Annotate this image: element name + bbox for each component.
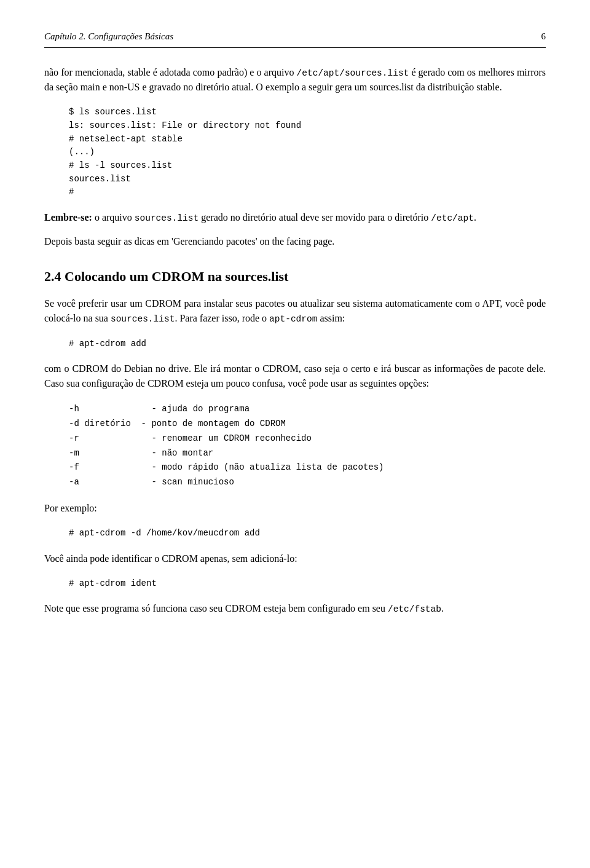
page-content: não for mencionada, stable é adotada com… bbox=[44, 65, 546, 617]
note-text3: . bbox=[474, 212, 476, 223]
paragraph-3: Se você preferir usar um CDROM para inst… bbox=[44, 296, 546, 326]
p1-text: não for mencionada, stable é adotada com… bbox=[44, 67, 297, 77]
note-label: Lembre-se: bbox=[44, 212, 92, 223]
code-block-3: # apt-cdrom -d /home/kov/meucdrom add bbox=[69, 527, 546, 540]
note-code1: sources.list bbox=[135, 213, 199, 223]
section-title: Colocando um CDROM na sources.list bbox=[65, 269, 288, 284]
p1-code: /etc/apt/sources.list bbox=[297, 68, 409, 78]
chapter-title: Capítulo 2. Configurações Básicas bbox=[44, 30, 173, 44]
p7-end: . bbox=[441, 603, 444, 614]
p3-code: sources.list bbox=[111, 314, 175, 324]
p7-code: /etc/fstab bbox=[388, 604, 441, 614]
section-number: 2.4 bbox=[44, 269, 61, 284]
note-text: o arquivo bbox=[92, 212, 135, 223]
paragraph-5-label: Por exemplo: bbox=[44, 501, 546, 516]
section-heading: 2.4 Colocando um CDROM na sources.list bbox=[44, 266, 546, 286]
note-code2: /etc/apt bbox=[431, 213, 474, 223]
p3-code2: apt-cdrom bbox=[269, 314, 317, 324]
paragraph-7: Note que esse programa só funciona caso … bbox=[44, 601, 546, 617]
page-header: Capítulo 2. Configurações Básicas 6 bbox=[44, 30, 546, 48]
note-text2: gerado no diretório atual deve ser movid… bbox=[199, 212, 431, 223]
page-number: 6 bbox=[541, 30, 546, 44]
paragraph-6: Você ainda pode identificar o CDROM apen… bbox=[44, 551, 546, 566]
page: Capítulo 2. Configurações Básicas 6 não … bbox=[0, 0, 590, 655]
paragraph-4: com o CDROM do Debian no drive. Ele irá … bbox=[44, 361, 546, 391]
code-block-2: # apt-cdrom add bbox=[69, 337, 546, 351]
paragraph-1: não for mencionada, stable é adotada com… bbox=[44, 65, 546, 95]
note-paragraph: Lembre-se: o arquivo sources.list gerado… bbox=[44, 210, 546, 226]
code-block-4: # apt-cdrom ident bbox=[69, 577, 546, 591]
code-block-1: $ ls sources.list ls: sources.list: File… bbox=[69, 106, 546, 199]
p3-end: . Para fazer isso, rode o bbox=[175, 313, 269, 323]
p7-text: Note que esse programa só funciona caso … bbox=[44, 603, 388, 614]
paragraph-2: Depois basta seguir as dicas em 'Gerenci… bbox=[44, 234, 546, 249]
options-block: -h - ajuda do programa -d diretório - po… bbox=[69, 402, 546, 490]
p3-end2: assim: bbox=[317, 313, 345, 323]
